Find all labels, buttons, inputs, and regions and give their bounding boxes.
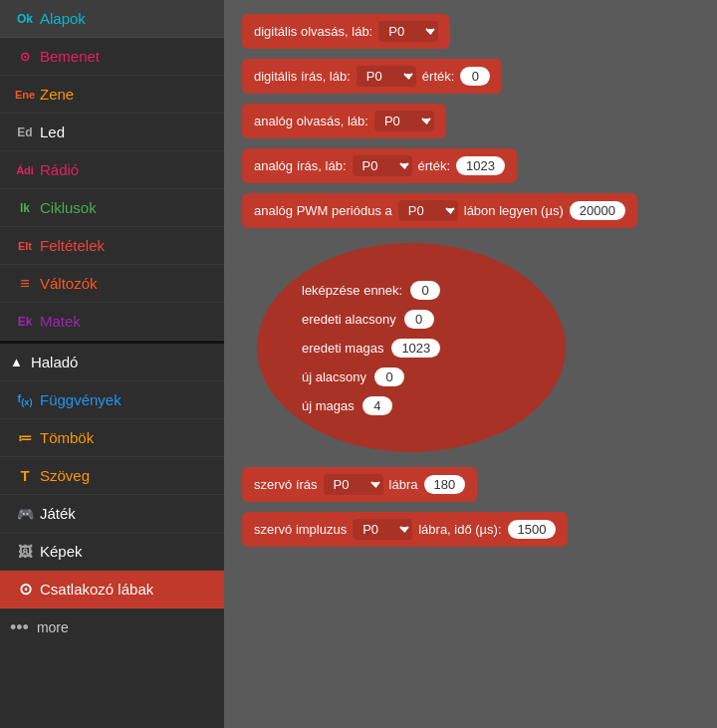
sidebar-item-matek[interactable]: Ek Matek [0, 303, 224, 341]
ana-write-pin-wrapper: P0P1P2 ▾ [353, 155, 412, 176]
szoveg-icon: T [10, 467, 40, 484]
ana-write-value[interactable]: 1023 [456, 156, 505, 175]
alapok-icon: Ok [10, 12, 40, 26]
servo-impulse-value[interactable]: 1500 [508, 520, 557, 539]
map-row5-label: új magas [302, 398, 355, 413]
sidebar-label-matek: Matek [40, 313, 81, 330]
map-row1-value[interactable]: 0 [410, 281, 440, 300]
map-row-4: új alacsony 0 [302, 367, 404, 386]
sidebar-item-zene[interactable]: Ene Zene [0, 76, 224, 114]
sidebar-label-csatlakozolabak: Csatlakozó lábak [40, 581, 153, 598]
valtozok-icon: ≡ [10, 275, 40, 293]
chevron-up-icon: ▲ [10, 355, 23, 369]
pwm-block[interactable]: analóg PWM periódus a P0P1P2 ▾ lábon leg… [242, 193, 637, 228]
sidebar-item-feltetelek[interactable]: Elt Feltételek [0, 227, 224, 265]
sidebar-label-ciklusok: Ciklusok [40, 199, 97, 216]
sidebar-item-alapok[interactable]: Ok Alapok [0, 0, 224, 38]
dig-read-pin-wrapper: P0P1P2 ▾ [378, 21, 438, 42]
servo-write-labra-label: lábra [389, 477, 418, 492]
map-row3-value[interactable]: 1023 [391, 339, 440, 358]
ana-write-ertek-label: érték: [418, 158, 451, 173]
map-row2-value[interactable]: 0 [404, 310, 434, 329]
ana-read-pin-wrapper: P0P1P2 ▾ [374, 111, 434, 131]
servo-impulse-suffix: lábra, idő (µs): [418, 522, 501, 537]
dig-write-block[interactable]: digitális írás, láb: P0P1P2 ▾ érték: 0 [242, 59, 502, 94]
sidebar-item-tombök[interactable]: ≔ Tömbök [0, 419, 224, 457]
more-label: more [37, 619, 69, 635]
ana-write-block[interactable]: analóg írás, láb: P0P1P2 ▾ érték: 1023 [242, 148, 517, 183]
sidebar-label-valtozok: Változók [40, 275, 98, 292]
sidebar-item-jatek[interactable]: 🎮 Játék [0, 495, 224, 533]
sidebar-item-led[interactable]: Ed Led [0, 114, 224, 151]
dig-write-pin-wrapper: P0P1P2 ▾ [357, 66, 416, 87]
servo-impulse-pin-select[interactable]: P0P1P2 [353, 519, 412, 540]
map-row1-label: leképzése ennek: [302, 283, 402, 298]
ana-write-label: analóg írás, láb: [254, 158, 347, 173]
map-row-1: leképzése ennek: 0 [302, 281, 440, 300]
radio-icon: Ádi [10, 164, 40, 176]
dig-write-label: digitális írás, láb: [254, 69, 351, 84]
servo-impulse-label: szervó impluzus [254, 522, 347, 537]
sidebar-label-feltetelek: Feltételek [40, 237, 105, 254]
sidebar-more-button[interactable]: ••• more [0, 608, 224, 646]
ciklusok-icon: Ik [10, 201, 40, 215]
kepek-icon: 🖼 [10, 544, 40, 560]
sidebar-haladó-header[interactable]: ▲ Haladó [0, 344, 224, 381]
dig-write-ertek-label: érték: [422, 69, 455, 84]
map-row5-value[interactable]: 4 [362, 396, 392, 415]
servo-impulse-pin-wrapper: P0P1P2 ▾ [353, 519, 412, 540]
sidebar-label-fuggvenyek: Függvények [40, 391, 121, 408]
servo-write-value[interactable]: 180 [424, 475, 466, 494]
map-row-2: eredeti alacsony 0 [302, 310, 434, 329]
dig-write-value[interactable]: 0 [460, 67, 490, 86]
sidebar-item-fuggvenyek[interactable]: f(x) Függvények [0, 381, 224, 419]
servo-write-pin-select[interactable]: P0P1P2 [324, 474, 383, 495]
sidebar-label-szoveg: Szöveg [40, 467, 90, 484]
pwm-pin-select[interactable]: P0P1P2 [398, 200, 458, 221]
sidebar-label-radio: Rádió [40, 161, 79, 178]
map-row3-label: eredeti magas [302, 341, 383, 356]
csatlakozolabak-icon: ⊙ [10, 580, 40, 599]
haladó-label: Haladó [31, 354, 79, 370]
sidebar-label-jatek: Játék [40, 505, 76, 522]
ana-write-pin-select[interactable]: P0P1P2 [353, 155, 412, 176]
fuggvenyek-icon: f(x) [10, 392, 40, 407]
servo-write-block[interactable]: szervó írás P0P1P2 ▾ lábra 180 [242, 467, 477, 502]
pwm-value[interactable]: 20000 [570, 201, 625, 220]
map-row4-value[interactable]: 0 [374, 367, 404, 386]
servo-write-pin-wrapper: P0P1P2 ▾ [324, 474, 383, 495]
bemenet-icon: ⊙ [10, 50, 40, 64]
map-row4-label: új alacsony [302, 369, 366, 384]
dig-write-pin-select[interactable]: P0P1P2 [357, 66, 416, 87]
map-row-5: új magas 4 [302, 396, 392, 415]
tombök-icon: ≔ [10, 430, 40, 446]
map-block-rows: leképzése ennek: 0 eredeti alacsony 0 er… [252, 238, 571, 457]
pwm-suffix: lábon legyen (µs) [464, 203, 564, 218]
main-content: digitális olvasás, láb: P0P1P2 ▾ digitál… [224, 0, 717, 728]
dig-read-pin-select[interactable]: P0P1P2 [378, 21, 438, 42]
led-icon: Ed [10, 125, 40, 139]
ana-read-pin-select[interactable]: P0P1P2 [374, 111, 434, 131]
pwm-pin-wrapper: P0P1P2 ▾ [398, 200, 458, 221]
servo-impulse-block[interactable]: szervó impluzus P0P1P2 ▾ lábra, idő (µs)… [242, 512, 568, 547]
sidebar-item-csatlakozolabak[interactable]: ⊙ Csatlakozó lábak [0, 571, 224, 608]
sidebar-label-alapok: Alapok [40, 10, 86, 27]
feltetelek-icon: Elt [10, 240, 40, 252]
dig-read-label: digitális olvasás, láb: [254, 24, 372, 39]
sidebar-item-valtozok[interactable]: ≡ Változók [0, 265, 224, 303]
matek-icon: Ek [10, 315, 40, 329]
sidebar-item-szoveg[interactable]: T Szöveg [0, 457, 224, 495]
sidebar-item-bemenet[interactable]: ⊙ Bemenet [0, 38, 224, 76]
sidebar-item-kepek[interactable]: 🖼 Képek [0, 533, 224, 571]
ana-read-block[interactable]: analóg olvasás, láb: P0P1P2 ▾ [242, 104, 446, 138]
dig-read-block[interactable]: digitális olvasás, láb: P0P1P2 ▾ [242, 14, 450, 49]
sidebar-label-led: Led [40, 123, 65, 140]
map-row2-label: eredeti alacsony [302, 312, 396, 327]
sidebar-label-kepek: Képek [40, 543, 83, 560]
sidebar-item-radio[interactable]: Ádi Rádió [0, 151, 224, 189]
ana-read-label: analóg olvasás, láb: [254, 114, 368, 128]
sidebar-label-tombök: Tömbök [40, 429, 94, 446]
sidebar-item-ciklusok[interactable]: Ik Ciklusok [0, 189, 224, 227]
sidebar: Ok Alapok ⊙ Bemenet Ene Zene Ed Led Ádi … [0, 0, 224, 728]
sidebar-label-zene: Zene [40, 86, 74, 103]
